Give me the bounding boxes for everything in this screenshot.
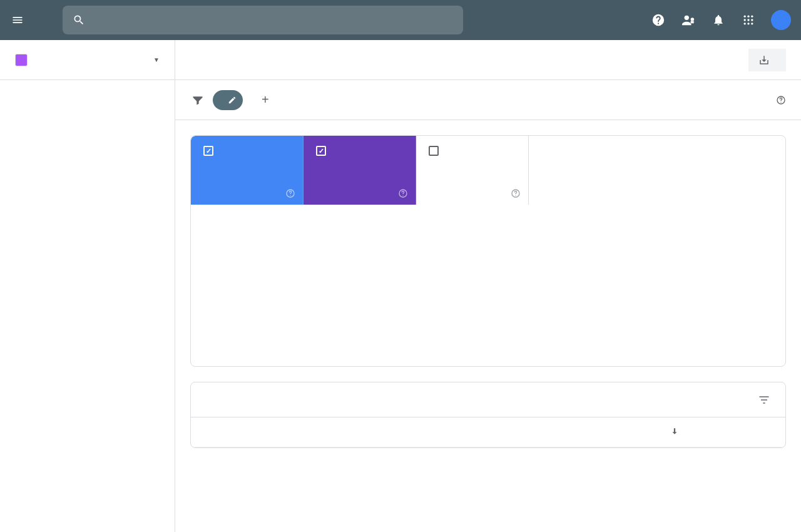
metric-total-impressions[interactable] — [304, 136, 416, 205]
app-header — [0, 0, 801, 40]
svg-point-9 — [751, 23, 753, 24]
edit-icon — [228, 96, 237, 105]
svg-point-3 — [751, 16, 753, 18]
main-content: + — [175, 40, 801, 532]
help-icon[interactable] — [511, 188, 521, 198]
apps-icon[interactable] — [741, 13, 756, 28]
menu-icon[interactable] — [10, 13, 25, 28]
metric-avg-ctr[interactable] — [416, 136, 529, 205]
download-icon — [758, 54, 770, 66]
svg-point-1 — [744, 16, 746, 18]
performance-table-card — [190, 382, 786, 448]
svg-point-2 — [747, 16, 749, 18]
metric-tiles — [191, 136, 785, 205]
table-tabs — [191, 382, 785, 417]
help-icon[interactable] — [398, 188, 408, 198]
help-icon[interactable] — [776, 95, 786, 105]
property-selector[interactable]: ▼ — [0, 40, 175, 80]
svg-point-7 — [744, 23, 746, 24]
notifications-icon[interactable] — [711, 13, 726, 28]
filter-bar: + — [175, 80, 801, 120]
filter-icon[interactable] — [190, 94, 205, 106]
help-icon[interactable] — [285, 188, 295, 198]
account-avatar[interactable] — [771, 10, 791, 30]
svg-point-0 — [685, 16, 689, 20]
chart-x-axis — [208, 345, 768, 360]
checkbox-icon — [429, 146, 439, 156]
svg-point-5 — [747, 19, 749, 21]
url-inspect-search[interactable] — [63, 6, 463, 34]
search-icon — [73, 14, 85, 26]
sidebar: ▼ — [0, 40, 175, 532]
performance-chart-card — [190, 135, 786, 367]
col-header-clicks[interactable] — [595, 427, 683, 437]
url-inspect-input[interactable] — [95, 14, 453, 26]
page-header — [175, 40, 801, 80]
export-button[interactable] — [748, 49, 786, 71]
sort-desc-icon — [670, 427, 679, 436]
line-chart — [208, 220, 768, 345]
svg-point-6 — [751, 19, 753, 21]
metric-total-clicks[interactable] — [191, 136, 304, 205]
plus-icon: + — [262, 93, 269, 107]
table-header-row — [191, 417, 785, 448]
svg-point-8 — [747, 23, 749, 24]
checkbox-checked-icon — [316, 146, 326, 156]
users-settings-icon[interactable] — [681, 13, 696, 28]
last-updated — [771, 95, 786, 105]
property-icon — [15, 54, 28, 66]
date-filter-chip[interactable] — [213, 90, 243, 110]
new-filter-button[interactable]: + — [255, 90, 283, 110]
chevron-down-icon: ▼ — [153, 56, 160, 63]
help-icon[interactable] — [651, 13, 666, 28]
checkbox-checked-icon — [203, 146, 213, 156]
filter-icon[interactable] — [758, 394, 770, 406]
chart-area — [191, 205, 785, 366]
svg-point-4 — [744, 19, 746, 21]
